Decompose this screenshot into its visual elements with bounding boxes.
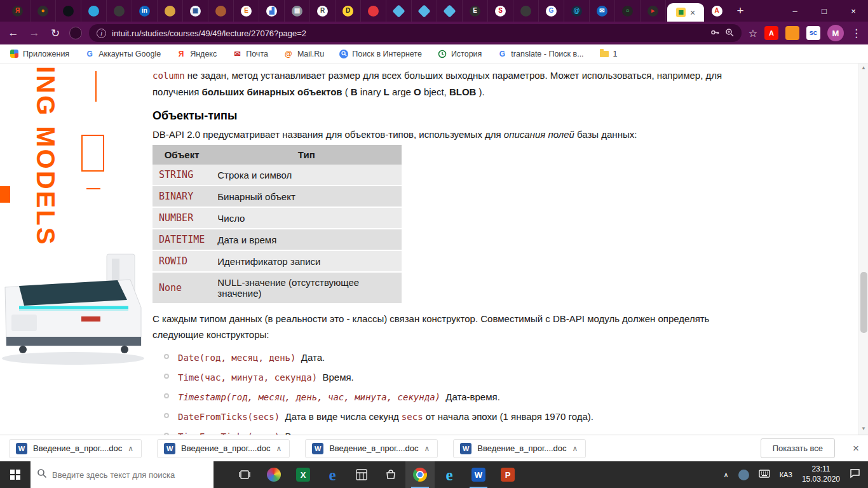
download-item[interactable]: W Введение_в_прог....doc ∧: [157, 439, 290, 458]
taskbar-search[interactable]: [31, 461, 214, 488]
back-button[interactable]: ←: [6, 27, 20, 39]
zoom-icon[interactable]: [725, 28, 734, 39]
tab-a-red[interactable]: A: [704, 0, 729, 22]
tab-yandex-icon[interactable]: Я: [5, 0, 31, 22]
app-internet-explorer[interactable]: e: [435, 461, 464, 488]
tab-red-app-icon[interactable]: [361, 0, 386, 22]
tab-dark-app-icon[interactable]: [107, 0, 132, 22]
chevron-up-icon[interactable]: ∧: [128, 444, 133, 453]
active-tab[interactable]: ▦ ×: [667, 3, 704, 22]
scroll-down-icon[interactable]: ▼: [859, 424, 868, 433]
tab-brown-app-icon[interactable]: [208, 0, 234, 22]
key-icon[interactable]: [710, 28, 719, 39]
app-word[interactable]: W: [464, 461, 493, 488]
language-indicator[interactable]: КАЗ: [780, 471, 792, 478]
tab-mail-icon[interactable]: ✉: [590, 0, 615, 22]
tab-github-icon[interactable]: [56, 0, 81, 22]
app-excel[interactable]: X: [288, 461, 318, 488]
tab-photo-icon[interactable]: ▩: [285, 0, 310, 22]
downloads-close-icon[interactable]: ×: [853, 442, 859, 455]
tab-s-red-icon[interactable]: S: [488, 0, 513, 22]
tab-gem-icon[interactable]: [437, 0, 463, 22]
page-scrollbar[interactable]: ▲ ▼: [858, 64, 868, 435]
tab-dark-app-icon[interactable]: [513, 0, 539, 22]
section-heading: Объекты-типы: [153, 109, 761, 123]
start-button[interactable]: [0, 461, 31, 488]
tab-e-white-icon[interactable]: E: [463, 0, 488, 22]
tab-green-ring-icon[interactable]: ○: [615, 0, 641, 22]
tab-at-icon[interactable]: @: [564, 0, 590, 22]
app-photos[interactable]: [259, 461, 288, 488]
scroll-up-icon[interactable]: ▲: [859, 64, 868, 72]
show-all-button[interactable]: Показать все: [761, 438, 835, 458]
tab-d-yellow-icon[interactable]: D: [336, 0, 361, 22]
tab-e-orange-icon[interactable]: E: [234, 0, 259, 22]
tab-chart-icon[interactable]: ▟: [259, 0, 285, 22]
tab-grid-app-icon[interactable]: ▦: [183, 0, 208, 22]
tab-amber-app-icon[interactable]: [158, 0, 183, 22]
profile-avatar[interactable]: M: [827, 25, 844, 41]
chevron-up-icon[interactable]: ∧: [424, 444, 430, 453]
search-input[interactable]: [52, 470, 200, 480]
download-item[interactable]: W Введение_в_прог....doc ∧: [305, 439, 438, 458]
bookmark-apps[interactable]: Приложения: [9, 49, 69, 59]
tray-app-icon[interactable]: [738, 470, 749, 480]
taskbar-clock[interactable]: 23:11 15.03.2020: [802, 464, 840, 484]
app-store[interactable]: [376, 461, 405, 488]
chevron-up-icon[interactable]: ∧: [573, 444, 578, 453]
tab-orange-circle-icon[interactable]: ●: [31, 0, 56, 22]
app-calculator[interactable]: [347, 461, 376, 488]
bookmark-star-icon[interactable]: ☆: [749, 27, 757, 39]
tab-gem-icon[interactable]: [386, 0, 412, 22]
bookmark-mailru[interactable]: @ Mail.Ru: [283, 49, 324, 59]
app-edge[interactable]: e: [318, 461, 347, 488]
pdf-extension-icon[interactable]: A: [764, 26, 778, 40]
sheet-icon: ▦: [676, 8, 686, 17]
notification-center-icon[interactable]: [850, 468, 860, 481]
web-page: ING MODELS column не задан, метод устана…: [0, 64, 868, 435]
site-info-icon[interactable]: i: [97, 29, 106, 38]
yandex-icon: Я: [12, 6, 23, 17]
tab-gem-icon[interactable]: [412, 0, 437, 22]
bookmark-google-accounts[interactable]: G Аккаунты Google: [85, 49, 161, 59]
bookmark-yandex[interactable]: Я Яндекс: [176, 49, 217, 59]
chevron-up-icon[interactable]: ∧: [276, 444, 281, 453]
new-tab-button[interactable]: +: [729, 4, 751, 18]
bookmark-pochta[interactable]: ✉ Почта: [232, 49, 268, 59]
browser-menu-icon[interactable]: ⋮: [851, 27, 862, 40]
address-bar[interactable]: i intuit.ru/studies/courses/49/49/lectur…: [89, 24, 742, 42]
scrollbar-thumb[interactable]: [860, 272, 867, 333]
extension-icon[interactable]: [69, 27, 82, 39]
tab-close-icon[interactable]: ×: [690, 8, 695, 17]
tab-linkedin-icon[interactable]: in: [132, 0, 158, 22]
download-item[interactable]: W Введение_в_прог....doc ∧: [9, 439, 142, 458]
cell-object: STRING: [153, 165, 211, 186]
reload-button[interactable]: ↻: [48, 27, 62, 40]
download-item[interactable]: W Введение_в_прог....doc ∧: [453, 439, 586, 458]
close-button[interactable]: ×: [839, 0, 868, 22]
lecture-content: column не задан, метод устанавливает раз…: [153, 64, 761, 435]
orange-extension-icon[interactable]: [785, 26, 799, 40]
tab-r-letter-icon[interactable]: R: [310, 0, 336, 22]
app-powerpoint[interactable]: P: [493, 461, 522, 488]
tab-red-play-icon[interactable]: ▸: [641, 0, 666, 22]
side-ad-banner[interactable]: ING MODELS: [0, 64, 150, 435]
download-filename: Введение_в_прог....doc: [181, 444, 270, 453]
forward-button[interactable]: →: [27, 27, 41, 39]
tab-google-icon[interactable]: G: [539, 0, 564, 22]
sc-extension-icon[interactable]: SC: [806, 26, 820, 40]
bookmark-folder-1[interactable]: 1: [599, 49, 618, 59]
app-chrome[interactable]: [405, 461, 435, 488]
bookmark-history[interactable]: История: [437, 49, 482, 59]
bookmark-label: 1: [613, 50, 618, 58]
keyboard-icon[interactable]: [759, 469, 770, 480]
url-text[interactable]: intuit.ru/studies/courses/49/49/lecture/…: [112, 29, 306, 38]
bookmark-translate[interactable]: G translate - Поиск в...: [497, 49, 583, 59]
hidden-icons-chevron[interactable]: ∧: [724, 471, 729, 479]
envelope-icon: ✉: [232, 49, 242, 59]
tab-telegram-icon[interactable]: [81, 0, 107, 22]
maximize-button[interactable]: □: [810, 0, 839, 22]
bookmark-web-search[interactable]: Поиск в Интернете: [339, 50, 422, 58]
minimize-button[interactable]: –: [780, 0, 810, 22]
task-view-button[interactable]: [230, 461, 259, 488]
